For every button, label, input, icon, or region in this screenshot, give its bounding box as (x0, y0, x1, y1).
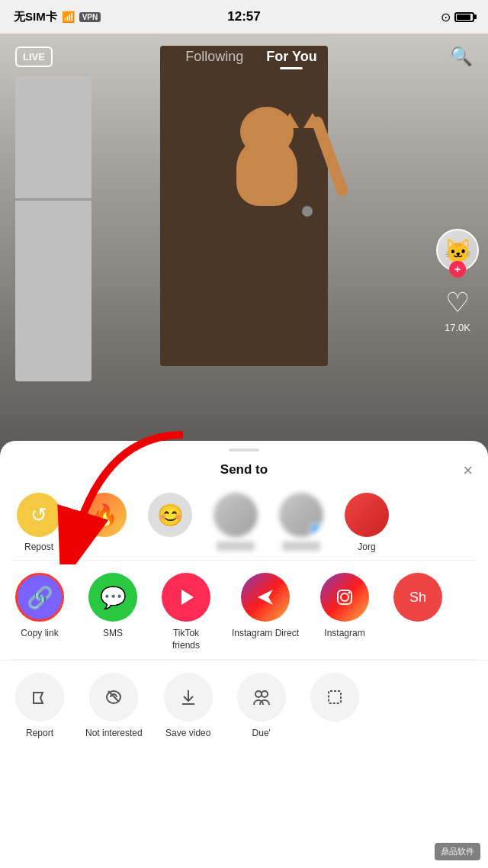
contact-emoji[interactable]: 😊 (143, 493, 197, 552)
share-6-icon: Sh (393, 573, 442, 622)
right-sidebar: 🐱 + ♡ 17.0K (436, 229, 479, 333)
contact-avatar-blurred-1 (214, 493, 258, 537)
search-button[interactable]: 🔍 (450, 46, 473, 67)
ig-direct-icon (241, 573, 290, 622)
svg-point-3 (341, 593, 348, 601)
vpn-badge: VPN (79, 12, 101, 22)
report-icon (15, 673, 64, 722)
creator-avatar[interactable]: 🐱 + (436, 229, 479, 272)
sheet-header: Send to × (0, 452, 488, 485)
save-video-label: Save video (165, 728, 210, 740)
carrier-text: 无SIM卡 (14, 10, 57, 24)
save-video-icon (164, 673, 213, 722)
tab-following[interactable]: Following (185, 49, 243, 65)
signal-icon: ⊙ (441, 10, 451, 24)
not-interested-label: Not interested (85, 728, 143, 740)
svg-marker-1 (181, 590, 194, 605)
svg-rect-10 (329, 691, 341, 703)
wifi-icon: 📶 (62, 11, 75, 23)
contact-avatar-blurred-2: ✓ (279, 493, 323, 537)
contact-name-blurred-2 (282, 542, 320, 551)
top-nav: LIVE Following For You 🔍 (0, 34, 488, 79)
live-button[interactable]: LIVE (15, 47, 53, 67)
sms-icon: 💬 (88, 573, 137, 622)
sheet-title: Send to (220, 462, 268, 477)
action-5-icon (310, 673, 359, 722)
action-row: Report Not interested Save v (0, 660, 488, 747)
contact-fire[interactable]: 🔥 (78, 493, 131, 552)
action-5[interactable] (307, 673, 362, 740)
share-sms[interactable]: 💬 SMS (85, 573, 140, 651)
tiktok-friends-icon (162, 573, 210, 622)
share-6-glyph: Sh (409, 590, 426, 606)
status-time: 12:57 (227, 9, 260, 24)
svg-point-9 (262, 691, 268, 697)
tiktok-friends-label: TikTokfriends (172, 628, 200, 651)
share-instagram[interactable]: Instagram (317, 573, 372, 651)
svg-point-4 (348, 592, 351, 594)
contact-blurred-2[interactable]: ✓ (274, 493, 328, 552)
share-instagram-direct[interactable]: Instagram Direct (232, 573, 299, 651)
svg-point-8 (255, 691, 262, 697)
instagram-direct-label: Instagram Direct (232, 628, 299, 640)
contact-avatar-fire: 🔥 (82, 493, 127, 537)
copy-link-icon: 🔗 (15, 573, 64, 622)
report-label: Report (26, 728, 53, 740)
link-icon: 🔗 (27, 585, 53, 610)
like-count: 17.0K (445, 322, 470, 333)
follow-button[interactable]: + (449, 261, 466, 278)
watermark: 鼎品软件 (435, 843, 480, 860)
battery-icon (454, 12, 474, 22)
tab-for-you[interactable]: For You (266, 49, 316, 65)
fridge (15, 76, 92, 381)
action-save-video[interactable]: Save video (161, 673, 216, 740)
action-report[interactable]: Report (12, 673, 67, 740)
cat (198, 92, 351, 282)
action-not-interested[interactable]: Not interested (85, 673, 143, 740)
share-tiktok-friends[interactable]: TikTokfriends (159, 573, 214, 651)
share-copy-link[interactable]: 🔗 Copy link (12, 573, 67, 651)
close-button[interactable]: × (463, 462, 473, 479)
instagram-label: Instagram (324, 628, 364, 640)
contacts-row: ↺ Repost 🔥 😊 ✓ (0, 485, 488, 560)
avatar-image: 🐱 (444, 237, 472, 264)
heart-icon: ♡ (445, 287, 470, 319)
duet-label: Due' (252, 728, 271, 740)
contact-name-blurred-1 (217, 542, 255, 551)
nav-tabs: Following For You (185, 49, 316, 65)
sms-bubble-icon: 💬 (100, 585, 127, 610)
contact-repost[interactable]: ↺ Repost (12, 493, 66, 552)
status-right: ⊙ (441, 10, 474, 24)
contact-blurred-1[interactable] (209, 493, 262, 552)
contact-jorg[interactable]: Jorg (340, 493, 393, 552)
duet-icon (237, 673, 286, 722)
share-options-row: 🔗 Copy link 💬 SMS TikTokfriends (0, 561, 488, 659)
contact-name-repost: Repost (24, 542, 53, 552)
contact-avatar-jorg (345, 493, 389, 537)
contact-name-jorg: Jorg (358, 542, 375, 552)
not-interested-icon (89, 673, 138, 722)
instagram-icon (320, 573, 369, 622)
status-bar: 无SIM卡 📶 VPN 12:57 ⊙ (0, 0, 488, 34)
copy-link-label: Copy link (21, 628, 58, 640)
share-6[interactable]: Sh (390, 573, 445, 651)
contact-avatar-emoji: 😊 (148, 493, 192, 537)
like-button[interactable]: ♡ 17.0K (445, 287, 470, 333)
status-left: 无SIM卡 📶 VPN (14, 10, 101, 24)
action-duet[interactable]: Due' (234, 673, 289, 740)
sms-label: SMS (103, 628, 123, 640)
bottom-sheet: Send to × ↺ Repost 🔥 😊 (0, 441, 488, 868)
contact-avatar-repost: ↺ (17, 493, 61, 537)
